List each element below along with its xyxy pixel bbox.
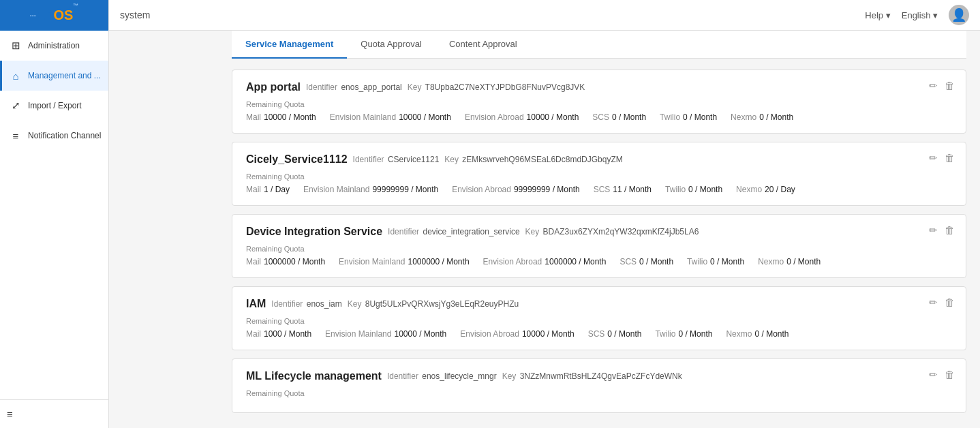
identifier-label: Identifier <box>353 155 384 164</box>
quota-item: Nexmo 0 / Month <box>731 112 793 122</box>
quota-section: Remaining Quota Mail 1000 / Month Envisi… <box>246 317 952 339</box>
quota-item-label: Envision Mainland <box>303 185 369 194</box>
logo-prefix: ··· <box>30 12 36 20</box>
quota-row: Mail 1 / Day Envision Mainland 99999999 … <box>246 185 952 194</box>
quota-item: Envision Mainland 10000 / Month <box>325 329 446 339</box>
edit-icon[interactable]: ✏ <box>929 80 938 92</box>
quota-item-value: 0 / Month <box>754 329 788 339</box>
quota-item-label: Twilio <box>687 257 707 266</box>
quota-item: Envision Abroad 99999999 / Month <box>452 185 579 194</box>
card-header: Cicely_Service1112 Identifier CService11… <box>246 153 952 166</box>
tab-quota-approval[interactable]: Quota Approval <box>347 31 435 59</box>
quota-label: Remaining Quota <box>246 100 952 108</box>
language-menu[interactable]: English ▾ <box>902 10 938 20</box>
card-ml-lifecycle: ML Lifecycle management Identifier enos_… <box>232 358 966 413</box>
quota-item-label: Envision Mainland <box>325 329 391 339</box>
help-arrow: ▾ <box>886 10 891 20</box>
quota-item-label: Nexmo <box>726 329 752 339</box>
sidebar-item-import-export[interactable]: ⤢ Import / Export <box>0 91 108 121</box>
quota-item: SCS 0 / Month <box>592 112 646 122</box>
sidebar-icon-management: ⌂ <box>9 69 22 82</box>
identifier-label: Identifier <box>306 82 337 92</box>
sidebar-label-administration: Administration <box>28 41 80 50</box>
main-content: Service ManagementQuota ApprovalContent … <box>218 31 980 428</box>
sidebar-item-management[interactable]: ⌂ Management and ... <box>0 61 108 91</box>
quota-item-label: Envision Abroad <box>460 329 519 339</box>
tab-content-approval[interactable]: Content Approval <box>435 31 531 59</box>
quota-item-value: 0 / Month <box>683 112 717 122</box>
card-header: Device Integration Service Identifier de… <box>246 226 952 238</box>
help-menu[interactable]: Help ▾ <box>865 10 890 20</box>
quota-item: Mail 1000 / Month <box>246 329 311 339</box>
quota-section: Remaining Quota Mail 10000 / Month Envis… <box>246 100 952 122</box>
quota-item-label: SCS <box>594 185 611 194</box>
edit-icon[interactable]: ✏ <box>929 369 938 381</box>
key-value: BDAZ3ux6ZYXm2qYW32qxmKfZ4jJb5LA6 <box>543 227 699 236</box>
quota-item-value: 0 / Month <box>607 329 641 339</box>
sidebar-label-import-export: Import / Export <box>28 101 82 110</box>
identifier-label: Identifier <box>271 299 303 309</box>
quota-item: Mail 1 / Day <box>246 185 290 194</box>
card-identifier-group: Identifier enos_iam <box>271 299 341 309</box>
tab-service-management[interactable]: Service Management <box>232 31 347 59</box>
key-label: Key <box>525 227 540 236</box>
identifier-value: device_integration_service <box>423 227 519 236</box>
sidebar-icon-import-export: ⤢ <box>9 99 22 112</box>
lang-label: English <box>902 10 931 20</box>
user-avatar[interactable]: 👤 <box>949 5 969 25</box>
quota-item: Nexmo 20 / Day <box>736 185 795 194</box>
quota-item-value: 0 / Month <box>688 185 722 194</box>
sidebar-item-administration[interactable]: ⊞ Administration <box>0 31 108 61</box>
quota-item-label: Nexmo <box>736 185 762 194</box>
quota-item: Envision Mainland 99999999 / Month <box>303 185 438 194</box>
card-device-integration: Device Integration Service Identifier de… <box>232 214 966 278</box>
key-value: 3NZzMnwmRtBsHLZ4QgvEaPcZFcYdeWNk <box>520 371 682 381</box>
quota-item: Twilio 0 / Month <box>655 329 712 339</box>
quota-label: Remaining Quota <box>246 317 952 325</box>
quota-item-value: 10000 / Month <box>394 329 446 339</box>
logo-brand2: OS <box>53 7 73 23</box>
lang-arrow: ▾ <box>933 10 938 20</box>
quota-item: Twilio 0 / Month <box>660 112 717 122</box>
delete-icon[interactable]: 🗑 <box>945 369 955 381</box>
quota-item: Envision Abroad 10000 / Month <box>460 329 574 339</box>
logo-tm: ™ <box>73 3 78 9</box>
sidebar-bottom-menu[interactable]: ≡ <box>0 399 108 428</box>
edit-icon[interactable]: ✏ <box>929 296 938 309</box>
quota-item-value: 0 / Month <box>759 112 793 122</box>
quota-item: Envision Abroad 1000000 / Month <box>483 257 607 266</box>
sidebar: ··· EnOS ™ ⊞ Administration ⌂ Management… <box>0 0 109 428</box>
quota-item-label: Nexmo <box>758 257 784 266</box>
quota-item-label: Mail <box>246 329 261 339</box>
quota-item-label: Envision Abroad <box>465 112 524 122</box>
logo: ··· EnOS ™ <box>0 0 108 31</box>
delete-icon[interactable]: 🗑 <box>945 80 955 92</box>
card-title: ML Lifecycle management <box>246 370 382 382</box>
cards-list: App portal Identifier enos_app_portal Ke… <box>232 70 966 413</box>
quota-item-label: Mail <box>246 112 261 122</box>
quota-row: Mail 1000 / Month Envision Mainland 1000… <box>246 329 952 339</box>
quota-item-label: Envision Mainland <box>339 257 405 266</box>
card-title: App portal <box>246 81 301 93</box>
card-actions: ✏ 🗑 <box>929 296 955 309</box>
delete-icon[interactable]: 🗑 <box>945 152 955 164</box>
card-title: Device Integration Service <box>246 226 382 238</box>
quota-item-label: Envision Abroad <box>483 257 542 266</box>
key-value: zEMkswrvehQ96MSEaL6Dc8mdDJGbqyZM <box>462 155 622 164</box>
delete-icon[interactable]: 🗑 <box>945 296 955 309</box>
sidebar-label-notification: Notification Channel <box>28 131 101 140</box>
sidebar-item-notification[interactable]: ≡ Notification Channel <box>0 121 108 151</box>
card-actions: ✏ 🗑 <box>929 80 955 92</box>
delete-icon[interactable]: 🗑 <box>945 224 955 236</box>
quota-item: Envision Mainland 10000 / Month <box>330 112 451 122</box>
card-actions: ✏ 🗑 <box>929 224 955 236</box>
edit-icon[interactable]: ✏ <box>929 224 938 236</box>
quota-item-label: SCS <box>592 112 609 122</box>
quota-item-value: 0 / Month <box>639 257 673 266</box>
topbar: system Help ▾ English ▾ 👤 <box>109 0 980 31</box>
quota-item: Twilio 0 / Month <box>665 185 722 194</box>
quota-section: Remaining Quota Mail 1 / Day Envision Ma… <box>246 172 952 194</box>
edit-icon[interactable]: ✏ <box>929 152 938 164</box>
quota-item-value: 20 / Day <box>765 185 795 194</box>
identifier-value: enos_iam <box>307 299 342 309</box>
